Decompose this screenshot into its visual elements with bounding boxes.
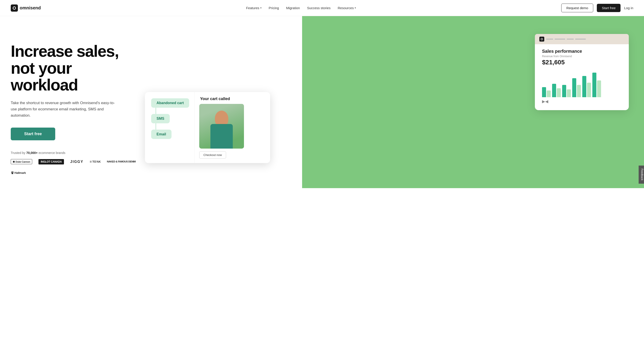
workflow-item-email: Email xyxy=(151,130,189,139)
sales-card-subtitle: Revenue from Omnisend xyxy=(542,55,622,58)
nav-actions: Request demo Start free Log in xyxy=(561,3,633,12)
brand-naked-famous: NAKED & FAMOUS DENIM xyxy=(107,160,136,163)
brand-hallmark: ♛ Hallmark xyxy=(11,171,26,175)
bar-group xyxy=(582,76,591,97)
bar-group xyxy=(592,73,601,97)
bar-light xyxy=(557,88,561,97)
header-decoration xyxy=(546,39,586,39)
workflow-connector xyxy=(156,108,156,114)
brand-duke-cannon: ◼ Duke Cannon xyxy=(11,159,32,164)
bar-dark xyxy=(572,78,576,97)
bar-light xyxy=(547,90,551,97)
bar-light xyxy=(567,89,571,97)
navbar: omnisend Features ▾ Pricing Migration Su… xyxy=(0,0,644,16)
decoration-line xyxy=(546,39,553,39)
bar-chart xyxy=(542,70,622,97)
bar-group xyxy=(542,87,551,97)
feedback-label: Feedback xyxy=(641,169,644,181)
sales-card-header xyxy=(535,34,629,44)
brand-inglot: INGLOT CANADA xyxy=(38,159,64,164)
bar-dark xyxy=(562,85,566,97)
hero-section: Increase sales, not your workload Take t… xyxy=(0,16,644,349)
nav-pricing[interactable]: Pricing xyxy=(269,6,279,10)
sales-performance-card: Sales performance Revenue from Omnisend … xyxy=(535,34,629,110)
checkout-now-button[interactable]: Checkout now xyxy=(199,151,226,159)
bar-group xyxy=(552,84,561,97)
hero-left: Increase sales, not your workload Take t… xyxy=(11,29,136,175)
bar-group xyxy=(562,85,571,97)
bar-dark xyxy=(582,76,586,97)
trusted-section: Trusted by 70,000+ ecommerce brands ◼ Du… xyxy=(11,151,136,175)
bar-group xyxy=(572,78,581,97)
cart-email-title: Your cart called xyxy=(200,96,244,101)
chevron-down-icon: ▾ xyxy=(260,6,262,9)
chart-icons: ▶◀ xyxy=(542,99,622,104)
login-link[interactable]: Log in xyxy=(624,6,633,10)
sales-card-title: Sales performance xyxy=(542,49,622,54)
workflow-item-cart: Abandoned cart xyxy=(151,98,189,114)
workflow-abandoned-cart: Abandoned cart xyxy=(151,98,189,108)
bar-dark xyxy=(542,87,546,97)
decoration-line xyxy=(575,39,586,39)
nav-migration[interactable]: Migration xyxy=(286,6,300,10)
logo-icon xyxy=(11,4,18,12)
brand-toak: ≡ TO'AK xyxy=(90,160,100,164)
hero-title: Increase sales, not your workload xyxy=(11,43,136,94)
start-free-button-hero[interactable]: Start free xyxy=(11,128,55,140)
sales-amount: $21,605 xyxy=(542,59,622,66)
person-image xyxy=(199,104,244,149)
bar-dark xyxy=(552,84,556,97)
request-demo-button[interactable]: Request demo xyxy=(561,3,594,12)
brand-icon: ◼ xyxy=(13,160,15,163)
brand-jiggy: JIGGY xyxy=(70,160,84,164)
hero-subtitle: Take the shortcut to revenue growth with… xyxy=(11,100,118,119)
cart-email-preview: Your cart called Checkout now xyxy=(195,92,248,163)
workflow-sms: SMS xyxy=(151,114,170,123)
hero-right: Sales performance Revenue from Omnisend … xyxy=(145,29,633,186)
nav-features[interactable]: Features ▾ xyxy=(246,6,262,10)
cart-product-image xyxy=(199,104,244,149)
bar-light xyxy=(597,80,601,97)
cart-inner: Abandoned cart SMS Email Your cart calle… xyxy=(145,92,270,163)
logo-link[interactable]: omnisend xyxy=(11,4,41,12)
cart-workflow-card: Abandoned cart SMS Email Your cart calle… xyxy=(145,92,270,163)
bar-light xyxy=(587,83,591,97)
start-free-button-nav[interactable]: Start free xyxy=(597,4,620,12)
cart-workflow-left: Abandoned cart SMS Email xyxy=(145,92,195,163)
workflow-item-sms: SMS xyxy=(151,114,189,130)
logo-text: omnisend xyxy=(20,5,41,10)
nav-resources[interactable]: Resources ▾ xyxy=(338,6,356,10)
decoration-line xyxy=(567,39,574,39)
decoration-line xyxy=(554,39,565,39)
brand-logos: ◼ Duke Cannon INGLOT CANADA JIGGY ≡ TO'A… xyxy=(11,159,136,175)
omnisend-logo-small xyxy=(539,37,544,41)
chevron-down-icon-2: ▾ xyxy=(355,6,356,9)
nav-links: Features ▾ Pricing Migration Success sto… xyxy=(246,6,356,10)
workflow-connector xyxy=(156,123,156,130)
bar-light xyxy=(577,85,581,97)
person-body xyxy=(210,124,233,149)
nav-success-stories[interactable]: Success stories xyxy=(307,6,330,10)
bar-dark xyxy=(592,73,596,97)
trusted-text: Trusted by 70,000+ ecommerce brands xyxy=(11,151,136,155)
workflow-email: Email xyxy=(151,130,172,139)
feedback-tab[interactable]: Feedback xyxy=(639,166,644,184)
